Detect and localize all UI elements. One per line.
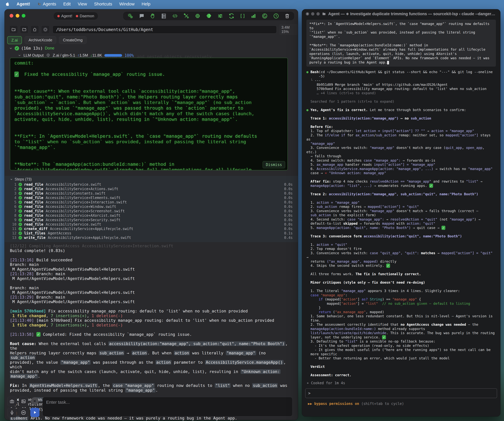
close-circle-icon	[43, 27, 48, 32]
step-row[interactable]: 1✓read_fileAccessibilityService.swift0.0…	[10, 182, 293, 187]
zoom-button[interactable]	[22, 14, 25, 18]
new-folder-button[interactable]	[20, 25, 29, 34]
microphone-button[interactable]	[7, 408, 17, 417]
right-titlebar: Agent — ∗ Investigate duplicate trimming…	[302, 9, 500, 18]
step-row[interactable]: 3✓read_fileAccessibilityConstants.swift0…	[10, 191, 293, 196]
steps-list[interactable]: 1✓read_fileAccessibilityService.swift0.0…	[10, 182, 293, 240]
sliders-icon[interactable]	[217, 13, 223, 19]
history-icon[interactable]	[273, 13, 279, 19]
chip-icon[interactable]	[195, 13, 200, 19]
hand-icon[interactable]	[150, 13, 156, 19]
menu-help[interactable]: Help	[142, 2, 150, 6]
status-line: ∗ Cooked for 1m 4s	[307, 381, 345, 385]
permissions-footer[interactable]: ▶▶ bypass permissions on (shift+tab to c…	[308, 402, 404, 406]
tokens-down: ↓11.8K	[90, 53, 102, 58]
llm-output-terminal[interactable]: commit: ✓ Fixed the accessibility `manag…	[10, 58, 288, 170]
photo-icon	[21, 399, 26, 404]
run-state: Done	[45, 46, 54, 51]
screenshot-button[interactable]	[7, 397, 17, 406]
tokens-up: ↑1.5M	[78, 53, 88, 58]
image-attach-button[interactable]	[19, 397, 28, 406]
window-title: Agent — ∗ Investigate duplicate trimming…	[328, 12, 500, 16]
menu-view[interactable]: View	[78, 2, 87, 6]
folder-icon	[322, 12, 326, 16]
run-task-button[interactable]	[30, 408, 39, 417]
chevron-down-icon	[18, 54, 21, 57]
step-row[interactable]: 12✓list_filesAgentAccess0.1s	[10, 231, 293, 236]
muscle-arm-icon	[37, 2, 41, 6]
sync-icon[interactable]	[228, 13, 234, 19]
prompt-input[interactable]: >	[305, 388, 497, 398]
folder-menu-button[interactable]	[9, 25, 18, 34]
close-button[interactable]	[306, 12, 309, 16]
home-button[interactable]	[30, 25, 39, 34]
run-status-row[interactable]: ✓ (16m 13s) Done	[9, 46, 54, 51]
tab-zai[interactable]: Z.ai	[7, 36, 22, 44]
task-input[interactable]	[42, 397, 293, 416]
minimize-button[interactable]	[311, 12, 314, 16]
menu-app-name[interactable]: Agent!	[17, 2, 30, 6]
brackets-icon[interactable]	[240, 13, 245, 19]
model-name: Z.ai / glm-5.1	[53, 53, 75, 58]
step-row[interactable]: 5✓read_fileAccessibilityService+Interact…	[10, 200, 293, 204]
left-titlebar: Agent! Daemon	[5, 9, 298, 22]
menu-edit[interactable]: Edit	[63, 2, 71, 6]
chat-icon[interactable]	[139, 13, 144, 19]
build-log: [12/12] Compiling AgentAccess Accessibil…	[10, 243, 293, 421]
server-icon[interactable]	[161, 13, 167, 19]
profile-tabs: Z.ai ArchiveXcode CreateDmg	[7, 36, 87, 44]
menu-window[interactable]: Window	[119, 2, 134, 6]
minimize-button[interactable]	[16, 14, 19, 18]
run-duration: (16m 13s)	[21, 46, 43, 51]
tools-icon[interactable]	[183, 13, 189, 19]
brain-icon[interactable]	[206, 13, 212, 19]
code-icon[interactable]	[172, 13, 178, 19]
close-button[interactable]	[10, 14, 13, 18]
terminal-content[interactable]: **Fix**: In `AgentViewModel+Helpers.swif…	[302, 20, 500, 377]
chevron-down-icon	[9, 47, 12, 50]
step-row[interactable]: 6✓read_fileAccessibilityService+Window.s…	[10, 204, 293, 209]
status-pill: Agent! Daemon	[53, 12, 98, 20]
terminal-footer: ∗ Cooked for 1m 4s > ▶▶ bypass permissio…	[302, 378, 500, 416]
claude-transcript: ● Bash(cd ~/Documents/GitHub/Agent && gi…	[306, 70, 496, 377]
step-row[interactable]: 10✓read_fileAccessibilityService.swift0.…	[10, 222, 293, 227]
spinner-icon: ∗	[307, 381, 309, 385]
tab-archivexcode[interactable]: ArchiveXcode	[24, 36, 56, 44]
apple-icon	[6, 2, 9, 6]
gears-icon[interactable]	[127, 13, 133, 19]
path-input[interactable]: /Users/toddbruss/Documents/GitHub/Agent	[53, 26, 277, 34]
zoom-button[interactable]	[317, 12, 320, 16]
step-row[interactable]: 9✓read_fileAccessibilityService+Security…	[10, 218, 293, 222]
tab-createdmg[interactable]: CreateDmg	[59, 36, 87, 44]
apple-menu[interactable]	[6, 2, 9, 6]
progress-percent: 100%	[125, 53, 134, 58]
double-play-icon: ▶▶	[308, 402, 312, 406]
chevron-down-icon	[10, 178, 13, 181]
memory-badge: 3.4M 15%	[279, 24, 298, 35]
step-row[interactable]: 11✓create_diffAccessibilityService+AppLi…	[10, 227, 293, 231]
bar-chart-icon[interactable]	[251, 13, 256, 19]
task-input-bar: ✕	[5, 396, 298, 419]
clear-path-button[interactable]	[41, 25, 50, 34]
play-icon	[33, 410, 37, 414]
steps-header[interactable]: Steps (73)	[10, 177, 293, 181]
folder-icon	[11, 27, 16, 32]
voice-wave-button[interactable]	[19, 408, 28, 417]
step-row[interactable]: 8✓read_fileAccessibilityService+AXorcist…	[10, 213, 293, 218]
step-row[interactable]: 13✓write_fileAccessibilityService+AppLif…	[10, 236, 293, 240]
menu-agents[interactable]: Agents	[37, 2, 56, 6]
step-row[interactable]: 7✓read_fileAccessibilityService+Screensh…	[10, 209, 293, 213]
llm-output-row[interactable]: LLM Output Z.ai / glm-5.1 ↑1.5M ↓11.8K 1…	[18, 53, 134, 58]
menu-shortcuts[interactable]: Shortcuts	[94, 2, 112, 6]
step-row[interactable]: 4✓read_fileAccessibilityService+Elements…	[10, 196, 293, 200]
step-row[interactable]: 2✓read_fileAccessibilityService+Actions.…	[10, 187, 293, 191]
clear-task-button[interactable]: ✕	[31, 397, 39, 405]
new-folder-icon	[22, 27, 27, 32]
dismiss-button[interactable]: Dismiss	[263, 161, 285, 168]
undo-icon[interactable]	[262, 13, 268, 19]
llm-output-label: LLM Output	[24, 53, 44, 58]
path-bar: /Users/toddbruss/Documents/GitHub/Agent …	[5, 25, 298, 34]
daemon-status-dot	[76, 15, 78, 17]
trash-icon[interactable]	[284, 13, 290, 19]
microphone-icon	[10, 410, 14, 415]
